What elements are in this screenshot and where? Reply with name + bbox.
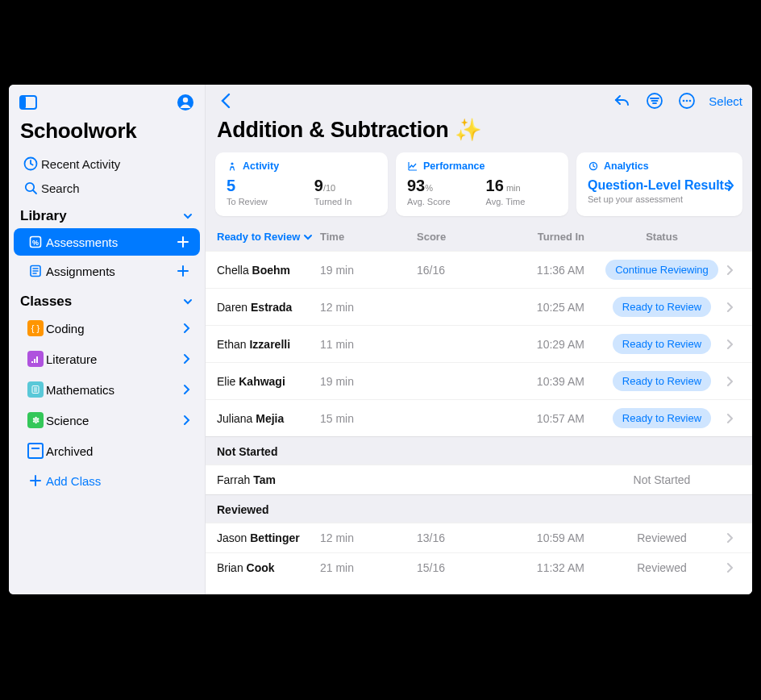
sidebar-section-classes[interactable]: Classes xyxy=(9,285,205,313)
section-not-started: Not Started xyxy=(206,436,752,465)
turned-in-cell: 10:39 AM xyxy=(494,375,584,388)
sidebar-recent-label: Recent Activity xyxy=(41,157,193,171)
svg-point-17 xyxy=(689,100,692,102)
plus-icon xyxy=(25,473,46,488)
student-name: Juliana Mejia xyxy=(217,412,320,425)
sidebar-item-literature[interactable]: Literature xyxy=(14,344,200,373)
toggle-sidebar-icon[interactable] xyxy=(19,93,38,112)
time-cell: 12 min xyxy=(320,301,417,314)
to-review-label: To Review xyxy=(227,197,268,206)
chevron-right-icon xyxy=(726,562,741,573)
table-row[interactable]: Farrah TamNot Started xyxy=(206,465,752,494)
status-text: Reviewed xyxy=(637,561,686,574)
sidebar-library-header: Library xyxy=(20,208,67,224)
chevron-right-icon xyxy=(726,179,734,192)
sidebar-search[interactable]: Search xyxy=(9,176,205,200)
qlr-title: Question-Level Results xyxy=(588,178,731,193)
card-activity[interactable]: Activity 5 To Review 9/10 Turned In xyxy=(215,152,388,216)
chevron-down-icon xyxy=(182,296,193,307)
status-pill[interactable]: Ready to Review xyxy=(613,408,711,428)
chevron-down-icon xyxy=(303,232,313,242)
card-performance[interactable]: Performance 93% Avg. Score 16 min Avg. T… xyxy=(396,152,568,216)
student-name: Elie Kahwagi xyxy=(217,375,320,388)
card-analytics[interactable]: Analytics Question-Level Results Set up … xyxy=(576,152,742,216)
back-button[interactable] xyxy=(215,90,236,111)
time-cell: 11 min xyxy=(320,338,417,351)
sidebar-item-label: Science xyxy=(46,414,182,427)
svg-rect-9 xyxy=(31,361,33,363)
status-pill[interactable]: Continue Reviewing xyxy=(605,260,718,280)
undo-icon[interactable] xyxy=(612,90,633,111)
turned-in-cell: 10:25 AM xyxy=(494,301,584,314)
sidebar-recent-activity[interactable]: Recent Activity xyxy=(9,152,205,176)
turned-in-cell: 10:57 AM xyxy=(494,412,584,425)
sidebar-item-label: Archived xyxy=(46,444,190,458)
sidebar-item-assessments[interactable]: % Assessments xyxy=(14,228,200,256)
sidebar-item-assignments[interactable]: Assignments xyxy=(14,257,200,285)
student-name: Ethan Izzarelli xyxy=(217,338,320,351)
activity-icon xyxy=(227,160,238,172)
performance-icon xyxy=(407,160,418,172)
table-row[interactable]: Juliana Mejia15 min10:57 AMReady to Revi… xyxy=(206,399,752,436)
svg-rect-11 xyxy=(36,356,38,363)
turned-in-cell: 11:32 AM xyxy=(494,561,584,574)
clock-icon xyxy=(20,156,41,171)
sidebar-section-library[interactable]: Library xyxy=(9,200,205,227)
table-row[interactable]: Ethan Izzarelli11 min10:29 AMReady to Re… xyxy=(206,325,752,362)
main-content: Select Addition & Subtraction ✨ Activity… xyxy=(206,85,752,594)
time-cell: 19 min xyxy=(320,264,417,277)
class-tile-icon: { } xyxy=(25,320,46,336)
sidebar-item-science[interactable]: ✽ Science xyxy=(14,406,200,435)
time-cell: 21 min xyxy=(320,561,417,574)
sidebar-item-archived[interactable]: Archived xyxy=(14,436,200,465)
student-name: Jason Bettinger xyxy=(217,531,320,544)
sidebar-item-coding[interactable]: { } Coding xyxy=(14,314,200,343)
card-activity-title: Activity xyxy=(243,160,279,172)
account-icon[interactable] xyxy=(176,93,195,112)
col-turned-in[interactable]: Turned In xyxy=(494,231,584,243)
to-review-value: 5 xyxy=(227,177,268,195)
score-cell: 15/16 xyxy=(417,561,494,574)
sidebar-item-mathematics[interactable]: Mathematics xyxy=(14,375,200,404)
turned-in-value: 9/10 xyxy=(314,177,352,195)
score-cell: 16/16 xyxy=(417,264,494,277)
sidebar-classes-header: Classes xyxy=(20,294,72,310)
add-assessment-icon[interactable] xyxy=(176,235,190,249)
turned-in-cell: 11:36 AM xyxy=(494,264,584,277)
sidebar-item-label: Assessments xyxy=(46,235,176,249)
class-tile-icon xyxy=(25,351,46,367)
add-class-label: Add Class xyxy=(46,474,190,488)
sidebar-add-class[interactable]: Add Class xyxy=(14,467,200,494)
card-performance-title: Performance xyxy=(423,160,484,172)
status-text: Not Started xyxy=(634,473,691,486)
table-row[interactable]: Jason Bettinger12 min13/1610:59 AMReview… xyxy=(206,523,752,552)
col-ready-to-review[interactable]: Ready to Review xyxy=(217,231,320,243)
sidebar: Schoolwork Recent Activity Search Librar… xyxy=(9,85,206,594)
status-pill[interactable]: Ready to Review xyxy=(613,297,711,317)
table-row[interactable]: Chella Boehm19 min16/1611:36 AMContinue … xyxy=(206,251,752,288)
col-time[interactable]: Time xyxy=(320,231,417,243)
svg-point-18 xyxy=(231,162,233,165)
svg-text:%: % xyxy=(32,239,39,247)
col-status[interactable]: Status xyxy=(597,231,726,243)
table-row[interactable]: Elie Kahwagi19 min10:39 AMReady to Revie… xyxy=(206,362,752,399)
table-row[interactable]: Daren Estrada12 min10:25 AMReady to Revi… xyxy=(206,288,752,325)
status-pill[interactable]: Ready to Review xyxy=(613,334,711,354)
svg-point-3 xyxy=(183,98,188,102)
col-score[interactable]: Score xyxy=(417,231,494,243)
table-row[interactable]: Brian Cook21 min15/1611:32 AMReviewed xyxy=(206,552,752,582)
chevron-right-icon xyxy=(182,384,190,395)
add-assignment-icon[interactable] xyxy=(176,264,190,278)
assessments-icon: % xyxy=(25,235,46,249)
archive-icon xyxy=(25,443,46,459)
chevron-right-icon xyxy=(726,302,741,313)
select-button[interactable]: Select xyxy=(709,94,742,108)
card-analytics-title: Analytics xyxy=(604,160,649,172)
score-cell: 13/16 xyxy=(417,531,494,544)
time-cell: 12 min xyxy=(320,531,417,544)
status-pill[interactable]: Ready to Review xyxy=(613,371,711,391)
search-icon xyxy=(20,181,41,195)
more-icon[interactable] xyxy=(676,90,697,111)
status-text: Reviewed xyxy=(637,531,686,544)
filter-icon[interactable] xyxy=(644,90,665,111)
